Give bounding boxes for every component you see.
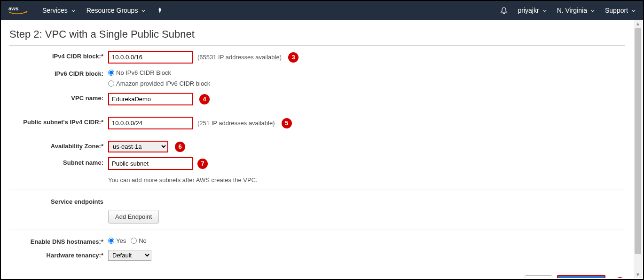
region-label: N. Virginia: [557, 7, 587, 14]
resource-groups-menu[interactable]: Resource Groups: [86, 7, 146, 14]
annotation-bubble-5: 5: [282, 118, 292, 128]
ipv6-amazon-label: Amazon provided IPv6 CIDR block: [116, 80, 210, 87]
annotation-bubble-6: 6: [175, 142, 185, 152]
pin-icon[interactable]: [157, 7, 163, 14]
vertical-scrollbar[interactable]: ▲ ▼: [634, 20, 642, 278]
subnet-name-label: Subnet name:: [9, 157, 108, 166]
user-menu[interactable]: priyajkr: [518, 7, 547, 14]
divider: [9, 45, 625, 46]
caret-down-icon: [543, 7, 547, 14]
row-hardware-tenancy: Hardware tenancy:* Default: [9, 248, 625, 263]
annotation-bubble-8: 8: [615, 277, 625, 279]
ipv6-none-label: No IPv6 CIDR Block: [116, 69, 171, 76]
nav-right: priyajkr N. Virginia Support: [500, 7, 636, 14]
main-content: Step 2: VPC with a Single Public Subnet …: [1, 20, 634, 278]
vpc-name-label: VPC name:: [9, 93, 108, 102]
ipv6-amazon-radio[interactable]: [108, 80, 114, 87]
tenancy-label: Hardware tenancy:*: [9, 250, 108, 259]
dns-yes-label: Yes: [116, 237, 126, 244]
back-button[interactable]: Back: [525, 275, 552, 278]
support-menu[interactable]: Support: [605, 7, 636, 14]
row-service-endpoints: Service endpoints: [9, 194, 625, 208]
subnet-hint: You can add more subnets after AWS creat…: [108, 176, 258, 184]
services-menu[interactable]: Services: [42, 7, 75, 14]
vpc-name-input[interactable]: [108, 93, 193, 105]
page-title: Step 2: VPC with a Single Public Subnet: [9, 28, 625, 40]
top-navbar: aws Services Resource Groups priyajkr N.…: [1, 1, 643, 20]
annotation-bubble-7: 7: [197, 159, 208, 169]
caret-down-icon: [71, 7, 75, 14]
support-label: Support: [605, 7, 628, 14]
add-endpoint-button[interactable]: Add Endpoint: [108, 210, 159, 224]
row-vpc-name: VPC name: 4: [9, 90, 625, 108]
public-subnet-cidr-note: (251 IP addresses available): [197, 120, 275, 127]
nav-left: Services Resource Groups: [42, 7, 163, 14]
dns-no-radio[interactable]: [131, 238, 137, 244]
row-public-subnet-cidr: Public subnet's IPv4 CIDR:* (251 IP addr…: [9, 114, 625, 132]
caret-down-icon: [141, 7, 145, 14]
caret-down-icon: [632, 7, 636, 14]
ipv4-cidr-note: (65531 IP addresses available): [197, 54, 282, 61]
scroll-up-icon[interactable]: ▲: [634, 20, 642, 27]
services-label: Services: [42, 7, 68, 14]
ipv4-cidr-label: IPv4 CIDR block:*: [9, 51, 108, 60]
row-subnet-name: Subnet name: 7 You can add more subnets …: [9, 155, 625, 186]
service-endpoints-label: Service endpoints: [9, 196, 108, 205]
row-add-endpoint: Add Endpoint: [9, 208, 625, 226]
caret-down-icon: [591, 7, 595, 14]
row-dns-hostnames: Enable DNS hostnames:* Yes No: [9, 234, 625, 248]
divider: [9, 230, 625, 230]
ipv6-cidr-label: IPv6 CIDR block:: [9, 68, 108, 77]
row-ipv4-cidr: IPv4 CIDR block:* (65531 IP addresses av…: [9, 48, 625, 66]
footer-actions: Cancel and Exit Back Create VPC 8: [9, 268, 625, 278]
dns-yes-radio[interactable]: [108, 238, 114, 244]
ipv6-none-radio[interactable]: [108, 70, 114, 76]
scroll-thumb[interactable]: [635, 28, 641, 254]
scroll-down-icon[interactable]: ▼: [634, 271, 642, 278]
dns-label: Enable DNS hostnames:*: [9, 236, 108, 245]
subnet-name-input[interactable]: [108, 157, 193, 170]
annotation-bubble-4: 4: [199, 94, 210, 104]
az-select[interactable]: us-east-1a: [108, 141, 168, 152]
annotation-bubble-3: 3: [288, 52, 298, 63]
ipv4-cidr-input[interactable]: [108, 51, 193, 64]
row-availability-zone: Availability Zone:* us-east-1a 6: [9, 138, 625, 155]
tenancy-select[interactable]: Default: [108, 250, 151, 261]
user-label: priyajkr: [518, 7, 539, 14]
row-ipv6-cidr: IPv6 CIDR block: No IPv6 CIDR Block Amaz…: [9, 66, 625, 90]
az-label: Availability Zone:*: [9, 141, 108, 150]
dns-no-label: No: [139, 237, 147, 244]
create-vpc-button[interactable]: Create VPC: [557, 275, 605, 278]
divider: [9, 190, 625, 190]
aws-logo[interactable]: aws: [8, 6, 28, 15]
public-subnet-cidr-input[interactable]: [108, 117, 193, 129]
region-menu[interactable]: N. Virginia: [557, 7, 595, 14]
public-subnet-cidr-label: Public subnet's IPv4 CIDR:*: [9, 117, 108, 126]
resource-groups-label: Resource Groups: [86, 7, 138, 14]
notifications-icon[interactable]: [500, 7, 508, 14]
svg-text:aws: aws: [8, 6, 18, 11]
